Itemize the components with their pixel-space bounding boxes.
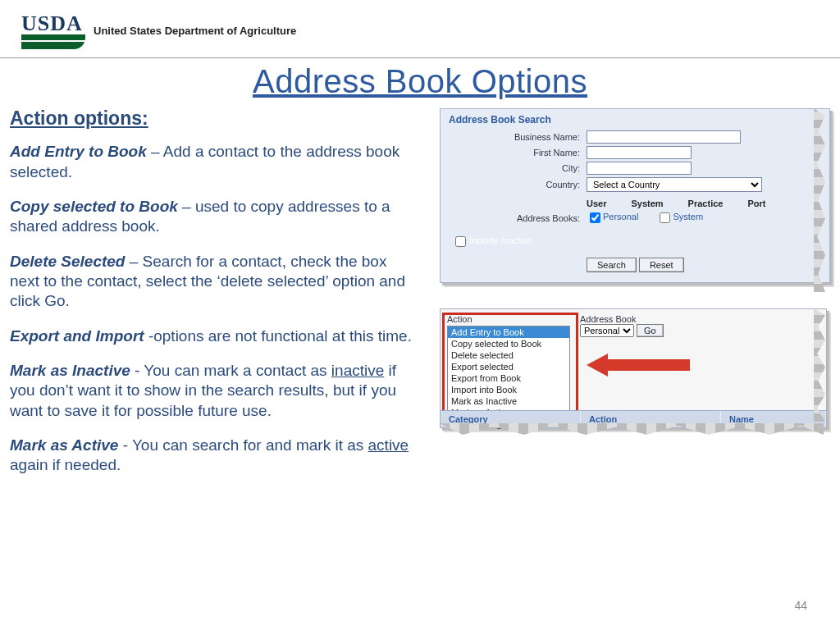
col-port: Port [747, 199, 765, 208]
usda-logo: USDA United States Department of Agricul… [21, 11, 296, 49]
section-heading: Action options: [10, 107, 420, 130]
checkbox-personal[interactable] [590, 212, 600, 223]
agency-name: United States Department of Agriculture [94, 25, 296, 37]
label-include-inactive: Include Inactive [469, 235, 532, 245]
reset-button[interactable]: Reset [639, 258, 684, 272]
label-country: Country: [449, 180, 587, 189]
business-name-input[interactable] [587, 130, 741, 144]
term-export-import: Export and Import [10, 327, 148, 345]
term-mark-inactive: Mark as Inactive [10, 362, 130, 379]
para-delete: Delete Selected – Search for a contact, … [10, 252, 420, 312]
first-name-input[interactable] [587, 146, 692, 159]
word-active: active [368, 436, 409, 454]
country-select[interactable]: Select a Country [587, 177, 762, 192]
para-export-import: Export and Import -options are not funct… [10, 326, 420, 346]
action-option-export-book[interactable]: Export from Book [448, 372, 569, 384]
checkbox-system[interactable] [660, 212, 670, 223]
action-panel: Action Add Entry to Book Copy selected t… [440, 308, 827, 428]
fieldset-legend: Address Book Search [449, 114, 821, 126]
action-option-copy[interactable]: Copy selected to Book [448, 338, 569, 349]
label-city: City: [449, 163, 587, 173]
action-option-mark-inactive[interactable]: Mark as Inactive [448, 395, 569, 407]
para-mark-active: Mark as Active - You can search for and … [10, 436, 420, 476]
para-mark-inactive: Mark as Inactive - You can mark a contac… [10, 361, 420, 421]
city-input[interactable] [587, 162, 692, 175]
action-option-export-selected[interactable]: Export selected [448, 361, 569, 372]
action-option-add-entry[interactable]: Add Entry to Book [448, 326, 569, 338]
term-mark-active: Mark as Active [10, 436, 118, 454]
go-button[interactable]: Go [637, 324, 664, 337]
search-button[interactable]: Search [587, 258, 637, 272]
action-dropdown[interactable]: Add Entry to Book Copy selected to Book … [447, 326, 570, 419]
para-add-entry: Add Entry to Book – Add a contact to the… [10, 142, 420, 182]
address-book-select[interactable]: Personal [580, 324, 634, 337]
col-practice: Practice [688, 199, 724, 208]
word-inactive: inactive [331, 362, 384, 379]
page-number: 44 [794, 599, 807, 612]
term-add-entry: Add Entry to Book [10, 143, 147, 160]
col-system: System [631, 199, 663, 208]
term-delete: Delete Selected [10, 253, 125, 270]
label-first-name: First Name: [449, 148, 587, 158]
label-address-book: Address Book [580, 314, 664, 324]
slide-header: USDA United States Department of Agricul… [0, 0, 840, 54]
description-panel: Action options: Add Entry to Book – Add … [10, 102, 420, 491]
col-user: User [587, 199, 606, 208]
arrow-icon [587, 354, 690, 377]
header-divider [0, 57, 840, 58]
action-option-delete[interactable]: Delete selected [448, 349, 569, 361]
checkbox-include-inactive[interactable] [455, 236, 466, 247]
term-copy: Copy selected to Book [10, 198, 178, 215]
label-address-books: Address Books: [449, 213, 587, 223]
address-book-search-form: Address Book Search Business Name: First… [440, 108, 830, 283]
page-title: Address Book Options [0, 63, 840, 100]
label-business-name: Business Name: [449, 132, 587, 142]
usda-swoosh-icon [21, 34, 85, 49]
address-books-header-row: User System Practice Port [587, 199, 821, 208]
para-copy: Copy selected to Book – used to copy add… [10, 197, 420, 237]
usda-logo-text: USDA [21, 11, 83, 36]
action-option-import[interactable]: Import into Book [448, 384, 569, 395]
checkbox-system-label: System [673, 212, 703, 221]
checkbox-personal-label: Personal [603, 212, 638, 221]
screenshot-panel: Address Book Search Business Name: First… [435, 102, 830, 491]
